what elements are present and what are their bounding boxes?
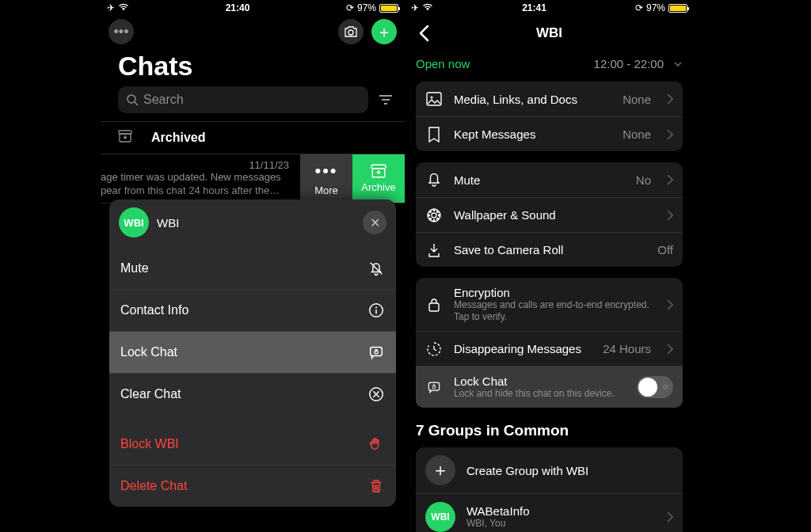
sheet-block[interactable]: Block WBI (109, 423, 396, 465)
search-input[interactable]: Search (118, 86, 368, 113)
row-value: 24 Hours (603, 342, 651, 355)
svg-point-25 (432, 213, 436, 218)
sheet-delete[interactable]: Delete Chat (109, 465, 396, 507)
group-row-0[interactable]: WBI WABetaInfo WBI, You (416, 493, 683, 532)
close-sheet-button[interactable]: ✕ (363, 211, 386, 234)
chat-actions-sheet: WBI WBI ✕ Mute Contact Info Lock Chat (109, 200, 396, 507)
swipe-label: Archive (361, 181, 395, 193)
airplane-icon: ✈︎ (411, 2, 419, 13)
archived-label: Archived (151, 131, 205, 145)
svg-point-27 (433, 219, 435, 221)
chevron-right-icon (667, 344, 673, 355)
archive-icon (371, 164, 386, 178)
row-label: Encryption (454, 286, 651, 299)
dots-icon: ••• (314, 161, 337, 181)
battery-icon (379, 4, 398, 13)
svg-point-12 (375, 306, 377, 308)
archive-icon (118, 130, 132, 146)
sheet-mute[interactable]: Mute (109, 247, 396, 289)
disappearing-messages-row[interactable]: Disappearing Messages 24 Hours (416, 331, 683, 366)
camera-button[interactable] (338, 19, 364, 44)
chevron-right-icon (667, 93, 673, 104)
svg-rect-34 (429, 303, 439, 311)
lock-chat-toggle[interactable] (637, 376, 673, 398)
chat-row[interactable]: 11/11/23 age timer was updated. New mess… (101, 154, 405, 203)
media-links-docs-row[interactable]: Media, Links, and Docs None (416, 82, 683, 116)
status-bar: ✈︎ 21:40 ⟳ 97% (101, 0, 405, 16)
kept-messages-row[interactable]: Kept Messages None (416, 116, 683, 151)
sheet-clear-chat[interactable]: Clear Chat (109, 373, 396, 415)
swipe-more-button[interactable]: ••• More (300, 154, 352, 203)
filter-button[interactable] (376, 90, 395, 109)
create-group-row[interactable]: ＋ Create Group with WBI (416, 447, 683, 493)
chat-lock-icon (367, 344, 385, 361)
bell-slash-icon (367, 260, 385, 277)
search-icon (126, 93, 139, 106)
page-title: Chats (101, 51, 405, 86)
chevron-right-icon (667, 129, 673, 140)
row-label: Kept Messages (454, 127, 611, 141)
sheet-title: WBI (157, 216, 179, 230)
battery-icon (668, 4, 687, 13)
svg-point-28 (428, 215, 430, 216)
wifi-icon (422, 2, 433, 13)
chevron-right-icon (667, 511, 673, 522)
encryption-row[interactable]: Encryption Messages and calls are end-to… (416, 278, 683, 331)
sheet-lock-chat[interactable]: Lock Chat (109, 331, 396, 373)
svg-point-26 (433, 209, 435, 211)
svg-rect-15 (375, 351, 378, 354)
contact-avatar: WBI (119, 207, 149, 238)
chat-preview-line: pear from this chat 24 hours after the… (101, 184, 280, 196)
status-bar: ✈︎ 21:41 ⟳ 97% (405, 0, 694, 16)
mute-row[interactable]: Mute No (416, 162, 683, 197)
svg-point-23 (431, 97, 433, 99)
chat-lock-icon (425, 379, 443, 395)
wallpaper-sound-row[interactable]: Wallpaper & Sound (416, 197, 683, 232)
info-icon (367, 302, 385, 319)
svg-rect-36 (432, 386, 435, 388)
row-label: Lock Chat (454, 374, 626, 388)
rotation-lock-icon: ⟳ (635, 2, 643, 13)
row-label: Save to Camera Roll (454, 243, 646, 256)
open-now-label: Open now (416, 57, 470, 70)
download-icon (425, 242, 443, 258)
svg-rect-35 (428, 382, 439, 390)
swipe-archive-button[interactable]: Archive (352, 154, 405, 203)
svg-rect-22 (427, 93, 441, 105)
bookmark-icon (425, 127, 443, 142)
wifi-icon (118, 2, 129, 13)
status-time: 21:40 (226, 2, 250, 13)
sheet-label: Lock Chat (120, 345, 177, 359)
row-label: Create Group with WBI (466, 464, 673, 477)
chevron-right-icon (667, 299, 673, 310)
row-sublabel: Messages and calls are end-to-end encryp… (454, 299, 651, 323)
lock-chat-row[interactable]: Lock Chat Lock and hide this chat on thi… (416, 366, 683, 408)
wallpaper-icon (425, 207, 443, 223)
timer-icon (425, 341, 443, 357)
business-hours-row[interactable]: Open now 12:00 - 22:00 (405, 51, 694, 82)
sheet-label: Contact Info (120, 303, 188, 317)
more-menu-button[interactable]: ••• (109, 19, 134, 44)
save-camera-roll-row[interactable]: Save to Camera Roll Off (416, 232, 683, 267)
hand-icon (367, 435, 385, 453)
chevron-down-icon (673, 59, 683, 69)
group-avatar: WBI (425, 502, 455, 532)
svg-point-1 (128, 95, 135, 103)
battery-pct: 97% (646, 2, 665, 13)
new-chat-button[interactable]: ＋ (371, 19, 397, 44)
svg-point-31 (437, 211, 439, 212)
lock-icon (425, 297, 443, 313)
chat-date: 11/11/23 (101, 159, 294, 171)
row-label: Disappearing Messages (454, 342, 592, 355)
status-time: 21:41 (522, 2, 546, 13)
sheet-label: Clear Chat (120, 387, 181, 401)
sheet-contact-info[interactable]: Contact Info (109, 289, 396, 331)
row-value: No (636, 173, 651, 187)
battery-pct: 97% (357, 2, 376, 13)
chat-preview-line: age timer was updated. New messages (101, 171, 281, 183)
add-icon: ＋ (425, 455, 455, 485)
trash-icon (367, 477, 385, 495)
archived-row[interactable]: Archived (101, 121, 405, 154)
svg-rect-14 (371, 348, 383, 356)
sheet-label: Mute (120, 261, 149, 276)
